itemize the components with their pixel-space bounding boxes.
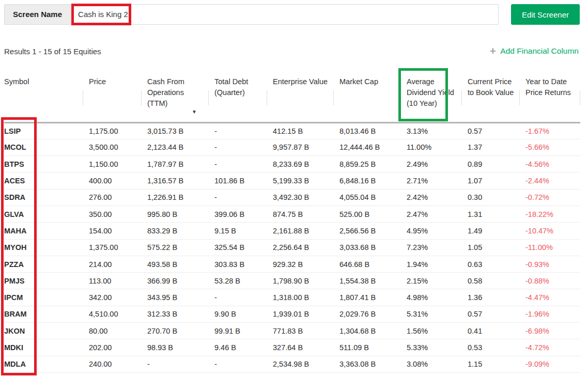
cell-price: 1,150.00 [83,156,141,172]
cell-current-price-to-book: 1.15 [461,356,519,372]
cell-avg-dividend-yield-10y: 5.33% [400,339,461,356]
cell-cash-from-operations-ttm: 3,015.73 B [141,122,208,139]
cell-symbol[interactable]: MDLA [4,356,83,372]
cell-market-cap: 8,859.25 B [333,156,400,172]
plus-icon: + [490,46,497,56]
column-header-market-cap[interactable]: Market Cap [333,72,400,122]
cell-symbol[interactable]: PMJS [4,273,83,289]
column-header-enterprise-value[interactable]: Enterprise Value [267,72,333,122]
cell-avg-dividend-yield-10y: 2.49% [400,156,461,172]
cell-market-cap: 4,055.04 B [333,189,400,206]
cell-ytd-price-returns: -18.22% [519,206,580,222]
edit-screener-button[interactable]: Edit Screener [511,4,580,25]
cell-total-debt-quarter: 53.28 B [208,273,267,289]
cell-total-debt-quarter: 399.06 B [208,206,267,222]
cell-total-debt-quarter: - [208,356,267,372]
cell-symbol[interactable]: IPCM [4,289,83,306]
cell-enterprise-value: 1,939.01 B [267,306,333,322]
cell-total-debt-quarter: 99.91 B [208,323,267,339]
cell-total-debt-quarter: 101.86 B [208,172,267,189]
cell-current-price-to-book: 0.89 [461,156,519,172]
cell-symbol[interactable]: PZZA [4,256,83,272]
cell-ytd-price-returns: -11.00% [519,239,580,256]
cell-symbol[interactable]: MAHA [4,223,83,239]
add-financial-column-button[interactable]: + Add Financial Column [490,46,579,56]
cell-enterprise-value: 3,492.30 B [267,189,333,206]
column-header-total-debt[interactable]: Total Debt (Quarter) [208,72,267,122]
cell-total-debt-quarter: - [208,122,267,139]
cell-symbol[interactable]: LSIP [4,122,83,139]
screen-name-label: Screen Name [5,5,71,24]
cell-current-price-to-book: 1.36 [461,289,519,306]
cell-market-cap: 1,304.68 B [333,323,400,339]
table-row: BTPS1,150.001,787.97 B-8,233.69 B8,859.2… [4,156,580,172]
cell-symbol[interactable]: MDKI [4,339,83,356]
table-header-row: Symbol Price Cash From Operations (TTM) … [4,72,580,122]
cell-price: 202.00 [83,339,141,356]
sort-desc-icon[interactable]: ▼ [192,106,197,117]
cell-symbol[interactable]: ACES [4,172,83,189]
cell-ytd-price-returns: -0.72% [519,189,580,206]
table-row: MDKI202.0098.93 B9.46 B327.64 B511.09 B5… [4,339,580,356]
cell-avg-dividend-yield-10y: 4.98% [400,289,461,306]
cell-ytd-price-returns: -4.56% [519,156,580,172]
cell-symbol[interactable]: BTPS [4,156,83,172]
cell-total-debt-quarter: - [208,156,267,172]
column-header-symbol[interactable]: Symbol [4,72,83,122]
cell-symbol[interactable]: BRAM [4,306,83,322]
cell-enterprise-value: 327.64 B [267,339,333,356]
cell-ytd-price-returns: -9.09% [519,356,580,372]
results-count: Results 1 - 15 of 15 Equities [4,47,101,56]
cell-current-price-to-book: 1.49 [461,223,519,239]
cell-symbol[interactable]: MYOH [4,239,83,256]
table-row: PZZA214.00493.58 B303.83 B929.32 B646.68… [4,256,580,272]
cell-enterprise-value: 1,318.00 B [267,289,333,306]
cell-cash-from-operations-ttm: 98.93 B [141,339,208,356]
cell-price: 240.00 [83,356,141,372]
cell-current-price-to-book: 0.53 [461,339,519,356]
cell-market-cap: 511.09 B [333,339,400,356]
cell-total-debt-quarter: 325.54 B [208,239,267,256]
add-financial-column-label: Add Financial Column [500,46,579,56]
screen-name-value: Cash is King 2 [78,10,128,19]
cell-avg-dividend-yield-10y: 7.23% [400,239,461,256]
screen-name-input[interactable]: Cash is King 2 [71,5,498,24]
cell-avg-dividend-yield-10y: 2.71% [400,172,461,189]
cell-avg-dividend-yield-10y: 5.31% [400,306,461,322]
cell-market-cap: 525.00 B [333,206,400,222]
cell-symbol[interactable]: JKON [4,323,83,339]
column-header-avg-dividend-yield[interactable]: Average Dividend Yield (10 Year) [400,72,461,122]
screener-topbar: Screen Name Cash is King 2 Edit Screener [4,4,580,25]
cell-symbol[interactable]: MCOL [4,139,83,155]
cell-cash-from-operations-ttm: 2,123.44 B [141,139,208,155]
column-header-price-to-book[interactable]: Current Price to Book Value [461,72,519,122]
cell-enterprise-value: 1,798.90 B [267,273,333,289]
cell-ytd-price-returns: -0.93% [519,256,580,272]
cell-cash-from-operations-ttm: - [141,356,208,372]
cell-cash-from-operations-ttm: 366.99 B [141,273,208,289]
cell-avg-dividend-yield-10y: 3.08% [400,356,461,372]
column-header-price[interactable]: Price [83,72,141,122]
cell-ytd-price-returns: -0.88% [519,273,580,289]
cell-total-debt-quarter: - [208,289,267,306]
cell-ytd-price-returns: -5.66% [519,139,580,155]
cell-total-debt-quarter: 9.15 B [208,223,267,239]
cell-market-cap: 8,013.46 B [333,122,400,139]
cell-enterprise-value: 9,957.87 B [267,139,333,155]
column-header-ytd-returns[interactable]: Year to Date Price Returns [519,72,580,122]
cell-current-price-to-book: 0.57 [461,306,519,322]
cell-ytd-price-returns: -6.98% [519,323,580,339]
cell-market-cap: 6,848.16 B [333,172,400,189]
cell-price: 113.00 [83,273,141,289]
column-header-cash-from-operations[interactable]: Cash From Operations (TTM) ▼ [141,72,208,122]
cell-symbol[interactable]: SDRA [4,189,83,206]
cell-price: 1,375.00 [83,239,141,256]
cell-symbol[interactable]: GLVA [4,206,83,222]
cell-avg-dividend-yield-10y: 1.56% [400,323,461,339]
cell-current-price-to-book: 1.05 [461,239,519,256]
cell-price: 342.00 [83,289,141,306]
cell-ytd-price-returns: -1.67% [519,122,580,139]
cell-cash-from-operations-ttm: 833.29 B [141,223,208,239]
cell-price: 276.00 [83,189,141,206]
cell-avg-dividend-yield-10y: 11.00% [400,139,461,155]
